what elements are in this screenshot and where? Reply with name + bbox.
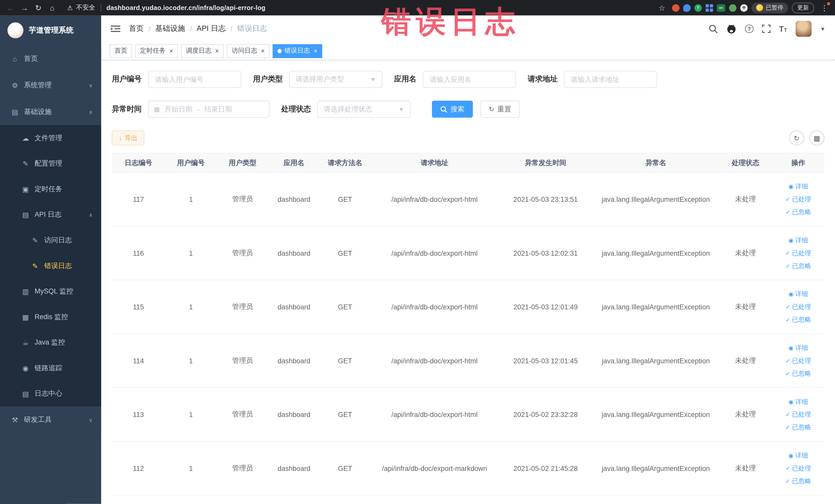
sidebar-item-redis-monitor[interactable]: ▦Redis 监控 [0,304,101,330]
close-tag-icon[interactable]: × [214,48,219,54]
action-ignored-link[interactable]: ✓已忽略 [786,367,811,379]
sidebar-item-dev-tools[interactable]: ⚒研发工具∨ [0,406,101,433]
action-ignored-link[interactable]: ✓已忽略 [786,475,811,487]
action-ignored-link[interactable]: ✓已忽略 [786,260,811,271]
breadcrumb-home[interactable]: 首页 [129,24,144,33]
ext-paw-icon[interactable]: ❉ [740,4,748,12]
breadcrumb-infra[interactable]: 基础设施 [155,24,185,33]
font-size-icon[interactable]: TT [779,24,787,33]
address-bar[interactable]: ⚠ 不安全 dashboard.yudao.iocoder.cn/infra/l… [67,3,654,12]
action-processed-link[interactable]: ✓已处理 [786,355,811,367]
user-id-input[interactable] [148,71,241,88]
request-url-input[interactable] [564,71,657,88]
ext-blue-drop-icon[interactable] [683,4,691,12]
sidebar-item-log-center[interactable]: ▤日志中心 [0,381,101,406]
tab-定时任务[interactable]: 定时任务× [135,44,178,58]
ext-on-badge-icon[interactable]: on [717,4,725,12]
cell-request-url: /api/infra/db-doc/export-html [371,334,498,388]
sidebar-item-infra[interactable]: ▤基础设施∧ [0,99,101,125]
ext-green-circle-icon[interactable]: Y [694,4,702,12]
sidebar-item-error-log[interactable]: ✎错误日志 [0,253,101,279]
row-actions: ◉详细✓已处理✓已忽略 [774,181,822,218]
tab-首页[interactable]: 首页 [109,44,132,58]
search-button[interactable]: 搜索 [432,101,473,118]
address-bar-divider [101,4,101,12]
close-tag-icon[interactable]: × [313,48,318,54]
sidebar-item-mysql-monitor[interactable]: ▥MySQL 监控 [0,279,101,304]
avatar-caret-down-icon[interactable]: ▼ [820,26,826,32]
browser-forward-icon[interactable]: → [18,1,31,14]
cell-log-id: 113 [112,387,165,441]
column-header-应用名: 应用名 [268,153,320,172]
bookmark-star-icon[interactable]: ☆ [656,1,668,14]
action-ignored-link[interactable]: ✓已忽略 [786,206,811,218]
action-processed-link[interactable]: ✓已处理 [786,193,811,205]
action-detail-link[interactable]: ◉详细 [789,181,808,192]
action-processed-link[interactable]: ✓已处理 [786,247,811,259]
close-tag-icon[interactable]: × [260,48,265,54]
app-header: 首页 / 基础设施 / API 日志 / 错误日志 ? [101,15,835,42]
check-icon: ✓ [786,314,790,326]
action-processed-link[interactable]: ✓已处理 [786,408,811,420]
export-button[interactable]: ↓ 导出 [112,130,144,145]
ext-orange-icon[interactable] [672,4,679,12]
sidebar-item-home[interactable]: ⌂首页 [0,45,101,72]
tab-访问日志[interactable]: 访问日志× [227,44,269,58]
browser-home-icon[interactable]: ⌂ [46,1,59,14]
browser-back-icon[interactable]: ← [4,1,17,14]
action-processed-link[interactable]: ✓已处理 [786,462,811,474]
column-settings-icon[interactable]: ▩ [809,130,824,145]
user-type-select[interactable]: 请选择用户类型 ▼ [289,71,383,88]
sidebar-item-access-log[interactable]: ✎访问日志 [0,227,101,253]
refresh-table-icon[interactable]: ↻ [789,130,804,145]
action-processed-link[interactable]: ✓已处理 [786,301,811,313]
action-detail-link[interactable]: ◉详细 [789,342,808,354]
sidebar-item-system-mgmt[interactable]: ⚙系统管理∨ [0,72,101,99]
end-date-placeholder: 结束日期 [204,104,232,114]
sidebar-item-scheduled-jobs[interactable]: ▣定时任务 [0,176,101,202]
cell-request-url: /api/infra/db-doc/export-html [371,226,498,280]
fullscreen-icon[interactable] [762,24,770,33]
column-header-请求地址: 请求地址 [371,153,498,172]
sidebar-item-java-monitor[interactable]: ☕Java 监控 [0,330,101,355]
sidebar-item-api-log[interactable]: ▤API 日志∧ [0,202,101,227]
sidebar-item-file-mgmt[interactable]: ☁文件管理 [0,125,101,151]
app-name-input[interactable] [423,71,516,88]
tab-错误日志[interactable]: 错误日志× [272,44,322,58]
profile-paused-badge[interactable]: 已暂停 [751,2,788,13]
cell-exception-name: java.lang.IllegalArgumentException [593,441,719,495]
process-status-select[interactable]: 请选择处理状态 ▼ [317,101,410,118]
action-detail-link[interactable]: ◉详细 [789,288,808,300]
exception-time-range-picker[interactable]: ▦ 开始日期 - 结束日期 [148,101,269,118]
sidebar-item-config-mgmt[interactable]: ✎配置管理 [0,151,101,176]
search-icon[interactable] [709,24,718,33]
sidebar-item-label: 链路追踪 [35,363,62,373]
cell-exception-time: 2021-05-03 12:01:45 [498,334,593,388]
tab-调度日志[interactable]: 调度日志× [181,44,224,58]
search-button-label: 搜索 [450,104,464,114]
action-detail-link[interactable]: ◉详细 [789,449,808,461]
action-detail-link[interactable]: ◉详细 [789,235,808,246]
ext-leaf-icon[interactable] [729,4,736,12]
sidebar-item-label: API 日志 [35,210,62,219]
user-avatar[interactable] [796,21,812,37]
browser-reload-icon[interactable]: ↻ [32,1,45,14]
browser-menu-kebab-icon[interactable]: ⋮ [818,1,831,14]
github-icon[interactable] [726,24,736,34]
close-tag-icon[interactable]: × [168,48,173,54]
cell-app-name: dashboard [268,172,320,226]
sidebar-logo[interactable]: 芋道管理系统 [0,15,101,45]
breadcrumb-api-log[interactable]: API 日志 [197,24,226,33]
action-ignored-link[interactable]: ✓已忽略 [786,314,811,326]
tag-label: 调度日志 [186,46,211,55]
browser-update-button[interactable]: 更新 [792,2,814,13]
filter-user-type: 用户类型 请选择用户类型 ▼ [253,71,382,88]
action-detail-link[interactable]: ◉详细 [789,396,808,407]
url-text[interactable]: dashboard.yudao.iocoder.cn/infra/log/api… [106,4,265,12]
action-ignored-link[interactable]: ✓已忽略 [786,421,811,433]
reset-button[interactable]: ↻ 重置 [480,101,520,118]
menu-fold-icon[interactable] [111,25,120,33]
ext-blue-grid-icon[interactable] [706,4,713,12]
sidebar-item-trace[interactable]: ◉链路追踪 [0,355,101,381]
help-icon[interactable]: ? [745,24,753,33]
